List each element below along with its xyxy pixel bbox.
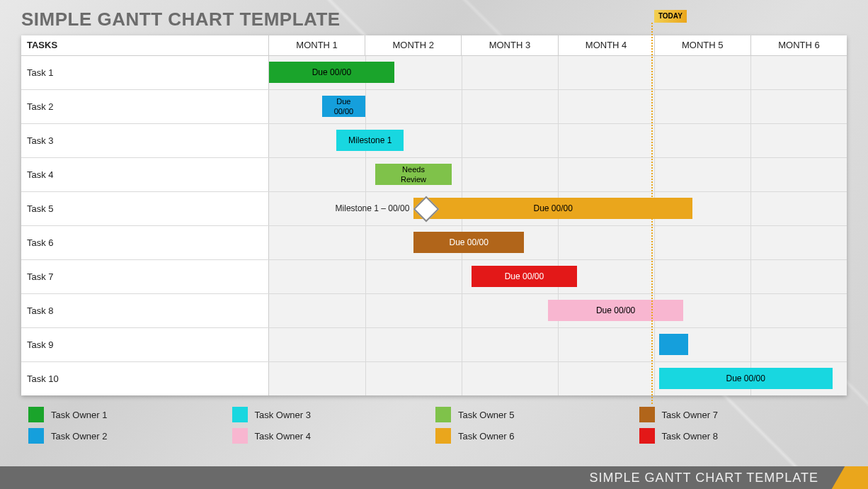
page-title: SIMPLE GANTT CHART TEMPLATE <box>21 9 341 30</box>
timeline-cell: Due 00/00 <box>269 260 847 293</box>
milestone-label: Milestone 1 – 00/00 <box>269 198 409 219</box>
task-row: Task 1Due 00/00 <box>21 56 847 90</box>
timeline-cell: NeedsReview <box>269 158 847 191</box>
task-label: Task 8 <box>21 294 269 327</box>
task-row: Task 5Due 00/00Milestone 1 – 00/00 <box>21 192 847 226</box>
header-row: TASKS MONTH 1 MONTH 2 MONTH 3 MONTH 4 MO… <box>21 35 847 56</box>
timeline-cell <box>269 328 847 361</box>
gantt-bar[interactable]: Due 00/00 <box>413 232 524 253</box>
task-label: Task 6 <box>21 226 269 259</box>
task-label: Task 5 <box>21 192 269 225</box>
legend-swatch <box>28 407 44 422</box>
task-label: Task 1 <box>21 56 269 89</box>
legend-item: Task Owner 3 <box>232 404 436 425</box>
gantt-bar[interactable]: Due00/00 <box>322 96 365 117</box>
legend-label: Task Owner 3 <box>255 410 311 420</box>
month-header-2: MONTH 2 <box>365 35 462 55</box>
legend-swatch <box>435 407 451 422</box>
gantt-bar[interactable]: Milestone 1 <box>336 130 404 151</box>
task-label: Task 7 <box>21 260 269 293</box>
tasks-column-header: TASKS <box>21 35 269 55</box>
task-label: Task 9 <box>21 328 269 361</box>
task-label: Task 4 <box>21 158 269 191</box>
month-header-3: MONTH 3 <box>462 35 558 55</box>
task-row: Task 2Due00/00 <box>21 90 847 124</box>
timeline-cell: Due 00/00 <box>269 226 847 259</box>
gantt-bar[interactable]: NeedsReview <box>375 164 452 185</box>
task-row: Task 9 <box>21 328 847 362</box>
timeline-cell: Due 00/00 <box>269 294 847 327</box>
legend-swatch <box>28 428 44 444</box>
legend-swatch <box>639 428 655 444</box>
footer-bar: SIMPLE GANTT CHART TEMPLATE <box>0 466 868 489</box>
task-row: Task 3Milestone 1 <box>21 124 847 158</box>
gantt-bar[interactable]: Due 00/00 <box>269 62 394 83</box>
timeline-cell: Due 00/00Milestone 1 – 00/00 <box>269 192 847 225</box>
legend: Task Owner 1Task Owner 3Task Owner 5Task… <box>28 404 843 446</box>
legend-label: Task Owner 5 <box>458 410 514 420</box>
legend-label: Task Owner 7 <box>662 410 718 420</box>
task-label: Task 10 <box>21 362 269 395</box>
today-badge: TODAY <box>654 10 687 23</box>
footer-title: SIMPLE GANTT CHART TEMPLATE <box>590 466 818 489</box>
month-header-4: MONTH 4 <box>559 35 655 55</box>
gantt-grid: TASKS MONTH 1 MONTH 2 MONTH 3 MONTH 4 MO… <box>21 35 847 395</box>
legend-label: Task Owner 2 <box>51 431 107 442</box>
gantt-bar[interactable]: Due 00/00 <box>472 266 578 287</box>
legend-item: Task Owner 8 <box>639 425 843 446</box>
legend-item: Task Owner 2 <box>28 425 232 446</box>
legend-item: Task Owner 5 <box>435 404 639 425</box>
month-header-1: MONTH 1 <box>269 35 365 55</box>
gantt-bar[interactable] <box>659 334 688 355</box>
task-label: Task 3 <box>21 124 269 157</box>
gantt-bar[interactable]: Due 00/00 <box>548 300 683 321</box>
legend-swatch <box>435 428 451 444</box>
timeline-cell: Milestone 1 <box>269 124 847 157</box>
timeline-cell: Due 00/00 <box>269 56 847 89</box>
legend-item: Task Owner 6 <box>435 425 639 446</box>
month-header-5: MONTH 5 <box>655 35 751 55</box>
legend-item: Task Owner 7 <box>639 404 843 425</box>
month-header-6: MONTH 6 <box>751 35 847 55</box>
task-row: Task 8Due 00/00 <box>21 294 847 328</box>
legend-label: Task Owner 4 <box>255 431 311 442</box>
legend-label: Task Owner 8 <box>662 431 718 442</box>
timeline-cell: Due00/00 <box>269 90 847 123</box>
task-row: Task 7Due 00/00 <box>21 260 847 294</box>
task-row: Task 10Due 00/00 <box>21 362 847 395</box>
task-row: Task 4NeedsReview <box>21 158 847 192</box>
legend-item: Task Owner 1 <box>28 404 232 425</box>
timeline-cell: Due 00/00 <box>269 362 847 395</box>
task-label: Task 2 <box>21 90 269 123</box>
legend-item: Task Owner 4 <box>232 425 436 446</box>
task-row: Task 6Due 00/00 <box>21 226 847 260</box>
legend-label: Task Owner 1 <box>51 410 107 420</box>
footer-accent <box>826 466 868 489</box>
legend-swatch <box>639 407 655 422</box>
today-line <box>651 23 653 404</box>
legend-swatch <box>232 428 248 444</box>
gantt-bar[interactable]: Due 00/00 <box>659 368 833 389</box>
legend-label: Task Owner 6 <box>458 431 514 442</box>
legend-swatch <box>232 407 248 422</box>
